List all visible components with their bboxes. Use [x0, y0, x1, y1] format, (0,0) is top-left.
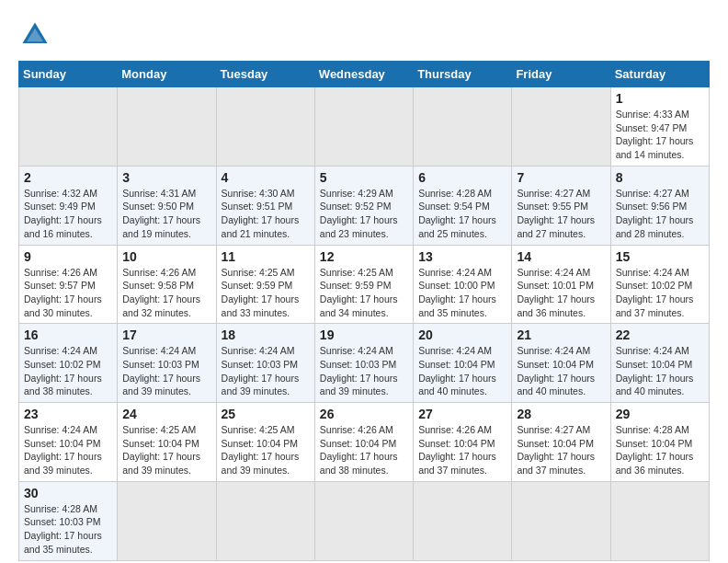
calendar-cell: 11Sunrise: 4:25 AMSunset: 9:59 PMDayligh…	[216, 245, 314, 324]
day-number: 18	[222, 327, 310, 342]
day-info: Sunrise: 4:24 AMSunset: 10:02 PMDaylight…	[616, 266, 704, 320]
day-number: 7	[517, 170, 605, 185]
day-info: Sunrise: 4:24 AMSunset: 10:04 PMDaylight…	[418, 344, 506, 398]
daylight-text: Daylight: 17 hours and 38 minutes.	[24, 372, 112, 398]
calendar-cell: 16Sunrise: 4:24 AMSunset: 10:02 PMDaylig…	[19, 324, 118, 403]
day-info: Sunrise: 4:25 AMSunset: 9:59 PMDaylight:…	[320, 266, 408, 320]
calendar-cell: 13Sunrise: 4:24 AMSunset: 10:00 PMDaylig…	[414, 245, 512, 324]
calendar-cell: 15Sunrise: 4:24 AMSunset: 10:02 PMDaylig…	[610, 245, 709, 324]
day-info: Sunrise: 4:24 AMSunset: 10:03 PMDaylight…	[222, 344, 310, 398]
calendar-cell: 10Sunrise: 4:26 AMSunset: 9:58 PMDayligh…	[118, 245, 216, 324]
daylight-text: Daylight: 17 hours and 28 minutes.	[616, 213, 704, 240]
daylight-text: Daylight: 17 hours and 37 minutes.	[616, 293, 704, 319]
daylight-text: Daylight: 17 hours and 37 minutes.	[517, 450, 605, 477]
calendar-cell: 7Sunrise: 4:27 AMSunset: 9:55 PMDaylight…	[512, 166, 610, 245]
sunrise-text: Sunrise: 4:27 AM	[616, 187, 704, 201]
day-number: 3	[122, 170, 210, 185]
day-number: 27	[418, 407, 506, 421]
calendar-cell: 26Sunrise: 4:26 AMSunset: 10:04 PMDaylig…	[314, 403, 413, 482]
sunset-text: Sunset: 10:04 PM	[517, 437, 605, 451]
calendar-cell: 4Sunrise: 4:30 AMSunset: 9:51 PMDaylight…	[216, 166, 314, 245]
sunrise-text: Sunrise: 4:25 AM	[320, 266, 408, 280]
calendar-cell	[118, 481, 216, 560]
day-number: 10	[122, 249, 210, 264]
day-info: Sunrise: 4:24 AMSunset: 10:03 PMDaylight…	[122, 344, 210, 398]
calendar-cell: 24Sunrise: 4:25 AMSunset: 10:04 PMDaylig…	[118, 403, 216, 482]
sunrise-text: Sunrise: 4:25 AM	[222, 266, 310, 280]
day-info: Sunrise: 4:24 AMSunset: 10:02 PMDaylight…	[24, 344, 112, 398]
sunset-text: Sunset: 10:00 PM	[418, 279, 506, 293]
day-number: 2	[24, 170, 112, 185]
day-number: 1	[616, 91, 704, 106]
day-number: 20	[418, 327, 506, 342]
daylight-text: Daylight: 17 hours and 34 minutes.	[320, 293, 408, 319]
sunset-text: Sunset: 10:04 PM	[517, 358, 605, 372]
calendar-table: SundayMondayTuesdayWednesdayThursdayFrid…	[18, 61, 710, 561]
sunset-text: Sunset: 9:55 PM	[517, 200, 605, 213]
sunrise-text: Sunrise: 4:25 AM	[122, 423, 210, 437]
day-info: Sunrise: 4:27 AMSunset: 9:55 PMDaylight:…	[517, 187, 605, 241]
calendar-cell: 29Sunrise: 4:28 AMSunset: 10:04 PMDaylig…	[610, 403, 709, 482]
day-number: 4	[222, 170, 310, 185]
sunrise-text: Sunrise: 4:27 AM	[517, 423, 605, 437]
sunset-text: Sunset: 9:47 PM	[616, 121, 704, 135]
sunrise-text: Sunrise: 4:24 AM	[616, 344, 704, 358]
calendar-cell: 20Sunrise: 4:24 AMSunset: 10:04 PMDaylig…	[414, 324, 512, 403]
calendar-header-row: SundayMondayTuesdayWednesdayThursdayFrid…	[19, 62, 710, 87]
daylight-text: Daylight: 17 hours and 40 minutes.	[616, 372, 704, 398]
calendar-cell: 2Sunrise: 4:32 AMSunset: 9:49 PMDaylight…	[19, 166, 118, 245]
calendar-cell: 28Sunrise: 4:27 AMSunset: 10:04 PMDaylig…	[512, 403, 610, 482]
calendar-cell: 9Sunrise: 4:26 AMSunset: 9:57 PMDaylight…	[19, 245, 118, 324]
sunset-text: Sunset: 10:04 PM	[24, 437, 112, 451]
day-number: 29	[616, 407, 704, 421]
sunrise-text: Sunrise: 4:29 AM	[320, 187, 408, 201]
sunrise-text: Sunrise: 4:24 AM	[222, 344, 310, 358]
day-number: 22	[616, 327, 704, 342]
sunrise-text: Sunrise: 4:24 AM	[616, 266, 704, 280]
sunrise-text: Sunrise: 4:24 AM	[418, 266, 506, 280]
day-info: Sunrise: 4:24 AMSunset: 10:04 PMDaylight…	[24, 423, 112, 477]
calendar-header-wednesday: Wednesday	[314, 62, 413, 87]
day-number: 16	[24, 327, 112, 342]
sunrise-text: Sunrise: 4:24 AM	[517, 344, 605, 358]
calendar-cell	[512, 87, 610, 167]
day-info: Sunrise: 4:32 AMSunset: 9:49 PMDaylight:…	[24, 187, 112, 241]
daylight-text: Daylight: 17 hours and 39 minutes.	[222, 372, 310, 398]
daylight-text: Daylight: 17 hours and 39 minutes.	[24, 450, 112, 477]
calendar-cell	[414, 87, 512, 167]
sunset-text: Sunset: 10:04 PM	[616, 358, 704, 372]
day-info: Sunrise: 4:31 AMSunset: 9:50 PMDaylight:…	[122, 187, 210, 241]
day-number: 14	[517, 249, 605, 264]
sunset-text: Sunset: 9:56 PM	[616, 200, 704, 213]
day-info: Sunrise: 4:24 AMSunset: 10:03 PMDaylight…	[320, 344, 408, 398]
daylight-text: Daylight: 17 hours and 35 minutes.	[24, 529, 112, 556]
day-info: Sunrise: 4:27 AMSunset: 10:04 PMDaylight…	[517, 423, 605, 477]
sunrise-text: Sunrise: 4:25 AM	[222, 423, 310, 437]
calendar-cell	[118, 87, 216, 167]
day-info: Sunrise: 4:28 AMSunset: 9:54 PMDaylight:…	[418, 187, 506, 241]
calendar-cell: 21Sunrise: 4:24 AMSunset: 10:04 PMDaylig…	[512, 324, 610, 403]
calendar-cell: 5Sunrise: 4:29 AMSunset: 9:52 PMDaylight…	[314, 166, 413, 245]
sunset-text: Sunset: 10:04 PM	[320, 437, 408, 451]
day-number: 15	[616, 249, 704, 264]
daylight-text: Daylight: 17 hours and 21 minutes.	[222, 213, 310, 240]
day-info: Sunrise: 4:24 AMSunset: 10:00 PMDaylight…	[418, 266, 506, 320]
day-number: 25	[222, 407, 310, 421]
day-info: Sunrise: 4:26 AMSunset: 9:58 PMDaylight:…	[122, 266, 210, 320]
sunset-text: Sunset: 9:57 PM	[24, 279, 112, 293]
daylight-text: Daylight: 17 hours and 36 minutes.	[517, 293, 605, 319]
day-info: Sunrise: 4:26 AMSunset: 10:04 PMDaylight…	[320, 423, 408, 477]
sunset-text: Sunset: 10:01 PM	[517, 279, 605, 293]
day-info: Sunrise: 4:27 AMSunset: 9:56 PMDaylight:…	[616, 187, 704, 241]
daylight-text: Daylight: 17 hours and 19 minutes.	[122, 213, 210, 240]
calendar-header-thursday: Thursday	[414, 62, 512, 87]
calendar-header-sunday: Sunday	[19, 62, 118, 87]
sunrise-text: Sunrise: 4:32 AM	[24, 187, 112, 201]
calendar-header-tuesday: Tuesday	[216, 62, 314, 87]
calendar-cell: 8Sunrise: 4:27 AMSunset: 9:56 PMDaylight…	[610, 166, 709, 245]
sunset-text: Sunset: 9:49 PM	[24, 200, 112, 213]
calendar-cell	[414, 481, 512, 560]
day-info: Sunrise: 4:26 AMSunset: 9:57 PMDaylight:…	[24, 266, 112, 320]
sunrise-text: Sunrise: 4:26 AM	[418, 423, 506, 437]
calendar-cell: 30Sunrise: 4:28 AMSunset: 10:03 PMDaylig…	[19, 481, 118, 560]
